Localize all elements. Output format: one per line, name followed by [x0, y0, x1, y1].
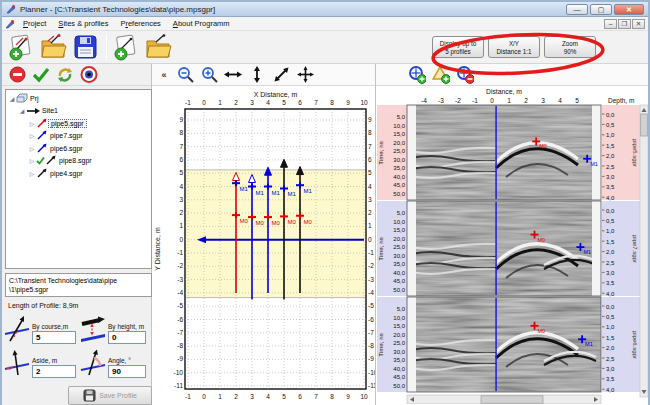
x-tick-label: 2	[234, 393, 238, 400]
view-button[interactable]	[80, 66, 98, 84]
angle-icon	[80, 348, 106, 378]
aside-input[interactable]	[32, 365, 76, 378]
horizontal-scroll-thumb[interactable]	[481, 396, 543, 403]
distance-tick-label: 3	[541, 97, 545, 104]
radar-mark-label: M1	[590, 161, 598, 167]
view-setting-button-0[interactable]: Display up to5 profiles	[432, 36, 484, 58]
expander-icon[interactable]: ◢	[8, 95, 16, 102]
app-window: Planner - [C:\Transient Technologies\dat…	[0, 0, 650, 405]
scale-diagonal-icon[interactable]	[272, 66, 290, 84]
mdi-minimize-button[interactable]: –	[604, 19, 617, 29]
expander-icon[interactable]: ▷	[28, 157, 36, 164]
tree-row-pipe6-sgpr[interactable]: ▷pipe6.sgpr	[6, 142, 151, 155]
tree-row-pipe8-sgpr[interactable]: ▷pipe8.sgpr	[6, 155, 151, 168]
time-tick-label: 40,0	[393, 174, 405, 180]
zoom-in-icon[interactable]	[200, 66, 218, 84]
tree-label[interactable]: Prj	[28, 95, 41, 102]
scale-horizontal-icon[interactable]	[224, 66, 242, 84]
expander-icon[interactable]: ◢	[18, 107, 26, 114]
profile-path-line2: \1\pipe5.sgpr	[9, 285, 148, 294]
menubar: ProjectSites & profilesPreferencesAbout …	[2, 17, 648, 31]
tree-row-pipe4-sgpr[interactable]: ▷pipe4.sgpr	[6, 167, 151, 180]
open-project-button[interactable]	[38, 33, 68, 62]
y-tick-label: 4	[179, 183, 183, 190]
menu-item-project[interactable]: Project	[17, 18, 52, 29]
y-tick-label: 3	[368, 196, 372, 203]
expander-icon[interactable]: ▷	[28, 170, 36, 177]
pan-icon[interactable]	[296, 66, 314, 84]
profile-plan-canvas[interactable]: -1-1001122334455667788991010998877665544…	[152, 86, 375, 404]
angle-input[interactable]	[108, 365, 146, 378]
tree-row-pipe5-sgpr[interactable]: ▷pipe5.sgpr	[6, 117, 151, 130]
time-tick-label: 50,0	[393, 287, 405, 293]
new-site-button[interactable]	[6, 33, 36, 62]
vertical-scroll-thumb[interactable]	[641, 114, 648, 136]
radargram-image[interactable]	[407, 105, 601, 200]
scale-vertical-icon[interactable]	[248, 66, 266, 84]
tree-row-site1[interactable]: ◢Site1	[6, 105, 151, 118]
tree-label[interactable]: Site1	[40, 107, 60, 114]
close-button[interactable]: ✕	[614, 4, 644, 15]
view-setting-button-2[interactable]: Zoom90%	[544, 36, 596, 58]
depth-tick-label: 2,5	[606, 356, 615, 362]
new-profile-button[interactable]	[111, 33, 141, 62]
expander-icon[interactable]: ▷	[28, 145, 36, 152]
radargram-canvas[interactable]: Distance, m-4-3-2-1012345Depth, mTime, n…	[376, 86, 648, 404]
menu-item-about-programm[interactable]: About Programm	[167, 18, 236, 29]
y-tick-label: -10	[368, 369, 375, 376]
mdi-restore-button[interactable]: ❐	[618, 19, 631, 29]
by-height-input[interactable]	[108, 331, 146, 344]
titlebar: Planner - [C:\Transient Technologies\dat…	[2, 2, 648, 17]
menu-item-sites-profiles[interactable]: Sites & profiles	[52, 18, 114, 29]
open-profile-button[interactable]	[143, 33, 173, 62]
profile-path-line1: C:\Transient Technologies\data\pipe	[9, 276, 148, 285]
aside-label: Aside, m	[32, 357, 76, 364]
radargram-image[interactable]	[407, 297, 601, 392]
depth-tick-label: 0,0	[606, 208, 615, 214]
mark-label: M1	[288, 191, 297, 197]
minimize-button[interactable]: —	[566, 4, 588, 15]
time-tick-label: 5,0	[397, 114, 406, 120]
apply-button[interactable]	[32, 66, 50, 84]
x-tick-label: 4	[266, 393, 270, 400]
collapse-panel-button[interactable]: «	[158, 70, 170, 80]
by-course-icon	[4, 314, 30, 344]
radargram-image[interactable]	[407, 201, 601, 296]
tree-row-prj[interactable]: ◢Prj	[6, 92, 151, 105]
mdi-close-button[interactable]: ✕	[632, 19, 645, 29]
maximize-button[interactable]: ▢	[590, 4, 612, 15]
remove-mark-button[interactable]	[456, 66, 474, 84]
refresh-button[interactable]	[56, 66, 74, 84]
remove-button[interactable]	[8, 66, 26, 84]
add-triangle-mark-button[interactable]	[432, 66, 450, 84]
distance-axis-label: Distance, m	[486, 88, 522, 95]
save-project-button[interactable]	[70, 33, 100, 62]
y-tick-label: 0	[179, 236, 183, 243]
depth-tick-label: 4,0	[606, 195, 615, 201]
expander-icon[interactable]: ▷	[28, 132, 36, 139]
tree-label[interactable]: pipe6.sgpr	[48, 145, 85, 152]
view-setting-button-1[interactable]: X/YDistance 1:1	[488, 36, 540, 58]
x-tick-label: 0	[202, 393, 206, 400]
save-profile-button[interactable]: Save Profile	[68, 386, 152, 405]
by-course-input[interactable]	[32, 331, 76, 344]
plan-toolbar: «	[152, 64, 375, 86]
vertical-scrollbar[interactable]	[640, 105, 648, 397]
tree-label[interactable]: pipe8.sgpr	[57, 157, 94, 164]
tree-label[interactable]: pipe4.sgpr	[48, 170, 85, 177]
mark-label: M0	[256, 220, 265, 226]
zoom-out-icon[interactable]	[176, 66, 194, 84]
tree-label[interactable]: pipe5.sgpr	[48, 119, 87, 128]
menu-item-preferences[interactable]: Preferences	[114, 18, 166, 29]
section-name-label: pipe6.sgpr	[632, 331, 638, 359]
expander-icon[interactable]: ▷	[28, 120, 36, 127]
x-tick-label: -1	[185, 393, 191, 400]
add-mark-button[interactable]	[408, 66, 426, 84]
distance-tick-label: -4	[421, 97, 427, 104]
y-tick-label: -9	[177, 355, 183, 362]
tree-row-pipe7-sgpr[interactable]: ▷pipe7.sgpr	[6, 130, 151, 143]
radar-mark-label: M0	[538, 237, 546, 243]
y-tick-label: 1	[179, 222, 183, 229]
y-tick-label: -11	[368, 382, 375, 389]
tree-label[interactable]: pipe7.sgpr	[48, 132, 85, 139]
